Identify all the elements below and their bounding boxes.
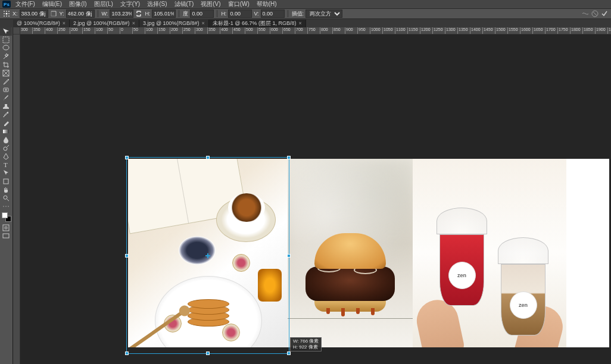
transform-ref-point-icon[interactable] [2, 10, 11, 18]
svg-rect-24 [3, 234, 9, 238]
menu-select[interactable]: 选择(S) [145, 0, 169, 8]
svg-point-21 [8, 206, 9, 207]
dodge-tool-icon[interactable] [0, 144, 12, 152]
hand-tool-icon[interactable] [0, 186, 12, 194]
tooltip-w: W: 766 像素 [293, 338, 319, 344]
hskew-label: H: [221, 11, 226, 17]
h-label: H: [145, 11, 150, 17]
heal-tool-icon[interactable] [0, 86, 12, 94]
path-select-tool-icon[interactable] [0, 169, 12, 177]
transform-handle-icon[interactable] [206, 352, 210, 355]
transform-reference-point-icon[interactable] [205, 253, 210, 258]
frame-tool-icon[interactable] [0, 69, 12, 77]
cup-red: zen [437, 208, 487, 306]
link-wh-icon[interactable] [135, 10, 143, 18]
doc-tab-label: 3.jpg @ 100%(RGB/8#) [143, 20, 199, 26]
document-tabbar: @ 100%(RGB/8#)× 2.jpg @ 100%(RGB/8#)× 3.… [0, 19, 611, 27]
eraser-tool-icon[interactable] [0, 119, 12, 127]
hskew-input[interactable] [228, 10, 252, 18]
menu-bar: Ps 文件(F) 编辑(E) 图像(I) 图层(L) 文字(Y) 选择(S) 滤… [0, 0, 611, 8]
brush-tool-icon[interactable] [0, 94, 12, 102]
marquee-tool-icon[interactable] [0, 36, 12, 44]
doc-tab-1[interactable]: @ 100%(RGB/8#)× [13, 20, 70, 27]
swap-xy-icon[interactable] [49, 10, 58, 18]
move-tool-icon[interactable] [0, 27, 12, 36]
color-swatches[interactable] [0, 211, 13, 224]
commit-transform-icon[interactable] [600, 10, 609, 18]
image-panel-drinks: zen zen [413, 159, 566, 347]
menu-layer[interactable]: 图层(L) [92, 0, 116, 8]
quickmask-icon[interactable] [0, 224, 12, 232]
svg-point-2 [8, 11, 10, 12]
zoom-tool-icon[interactable] [0, 194, 12, 202]
close-icon[interactable]: × [299, 20, 302, 26]
close-icon[interactable]: × [132, 20, 135, 26]
options-bar: X: Y: W: H: 度 H: V: 插值: 两次立方 [0, 8, 611, 19]
eyedropper-tool-icon[interactable] [0, 77, 12, 86]
svg-rect-17 [4, 179, 8, 184]
history-brush-tool-icon[interactable] [0, 111, 12, 119]
doc-tab-4[interactable]: 未标题-1 @ 66.7% (图层 1, RGB/8)× [209, 20, 306, 27]
menu-filter[interactable]: 滤镜(T) [172, 0, 197, 8]
crop-tool-icon[interactable] [0, 61, 12, 69]
pen-tool-icon[interactable] [0, 152, 12, 161]
menu-view[interactable]: 视图(V) [198, 0, 223, 8]
menu-file[interactable]: 文件(F) [13, 0, 38, 8]
free-transform-overlay[interactable] [127, 158, 289, 353]
foreground-color-icon[interactable] [2, 212, 8, 218]
vskew-label: V: [254, 11, 258, 17]
shape-tool-icon[interactable] [0, 177, 12, 186]
wand-tool-icon[interactable] [0, 52, 12, 61]
interp-label: 插值: [292, 10, 304, 18]
transform-handle-icon[interactable] [287, 352, 291, 355]
warp-mode-icon[interactable] [581, 10, 590, 18]
angle-input[interactable] [190, 10, 214, 18]
svg-point-5 [8, 13, 10, 14]
transform-handle-icon[interactable] [287, 254, 291, 258]
x-label: X: [13, 11, 18, 17]
lasso-tool-icon[interactable] [0, 44, 12, 52]
svg-text:T: T [4, 161, 8, 168]
menu-image[interactable]: 图像(I) [67, 0, 89, 8]
image-panel-burger [288, 159, 413, 347]
more-tools-icon[interactable] [0, 202, 12, 211]
close-icon[interactable]: × [63, 20, 66, 26]
transform-handle-icon[interactable] [125, 156, 129, 159]
h-input[interactable] [152, 10, 176, 18]
blur-tool-icon[interactable] [0, 136, 12, 144]
x-input[interactable] [20, 10, 48, 18]
svg-point-1 [6, 11, 7, 12]
menu-help[interactable]: 帮助(H) [254, 0, 279, 8]
doc-tab-label: @ 100%(RGB/8#) [17, 20, 60, 26]
doc-tab-2[interactable]: 2.jpg @ 100%(RGB/8#)× [70, 20, 139, 27]
svg-point-23 [4, 226, 8, 230]
type-tool-icon[interactable]: T [0, 161, 12, 169]
ruler-vertical[interactable] [13, 34, 20, 364]
transform-handle-icon[interactable] [206, 156, 210, 159]
app-logo-icon: Ps [2, 1, 11, 8]
canvas-viewport[interactable]: 3003504002502001501005005010015020025030… [13, 27, 611, 364]
y-input[interactable] [66, 10, 95, 18]
interp-select[interactable]: 两次立方 [306, 10, 342, 18]
svg-point-20 [5, 206, 7, 207]
svg-point-7 [6, 15, 7, 17]
image-panel-empty [566, 159, 609, 347]
transform-handle-icon[interactable] [287, 156, 291, 159]
menu-window[interactable]: 窗口(W) [226, 0, 252, 8]
transform-handle-icon[interactable] [125, 352, 129, 355]
menu-edit[interactable]: 编辑(E) [40, 0, 64, 8]
cancel-transform-icon[interactable] [591, 10, 599, 18]
svg-point-6 [4, 15, 5, 17]
ruler-horizontal[interactable]: 3003504002502001501005005010015020025030… [20, 27, 611, 34]
menu-type[interactable]: 文字(Y) [118, 0, 142, 8]
w-input[interactable] [110, 10, 133, 18]
doc-tab-3[interactable]: 3.jpg @ 100%(RGB/8#)× [139, 20, 209, 27]
vskew-input[interactable] [261, 10, 285, 18]
ruler-origin-icon[interactable] [13, 27, 20, 34]
close-icon[interactable]: × [202, 20, 205, 26]
gradient-tool-icon[interactable] [0, 127, 12, 136]
stamp-tool-icon[interactable] [0, 102, 12, 111]
svg-point-3 [4, 13, 5, 14]
screenmode-icon[interactable] [0, 232, 12, 240]
transform-handle-icon[interactable] [125, 254, 129, 258]
